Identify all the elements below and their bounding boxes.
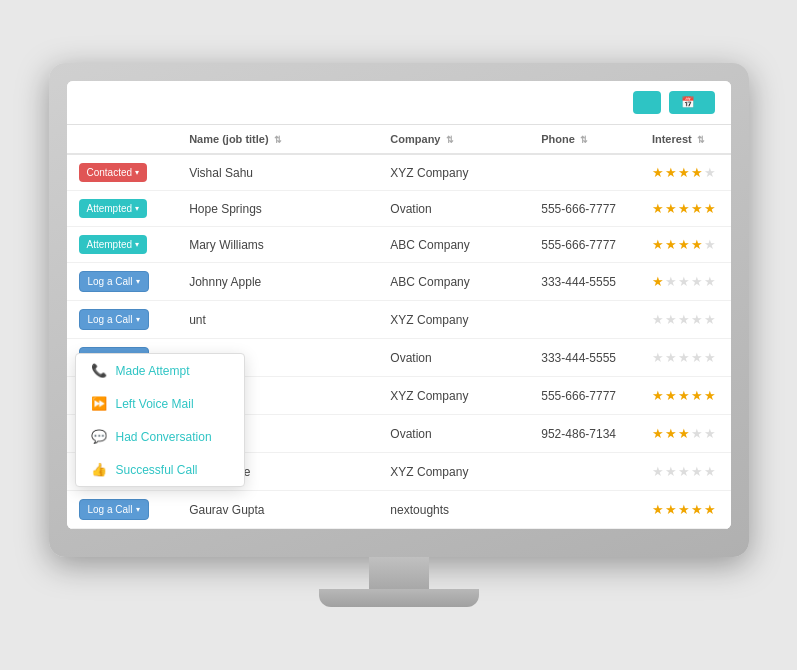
cell-company: nextoughts — [378, 491, 529, 529]
cell-phone: 555-666-7777 — [529, 227, 640, 263]
cell-company: Ovation — [378, 191, 529, 227]
table-row: Attempted ▾Mary WilliamsABC Company555-6… — [67, 227, 731, 263]
action-button-2[interactable]: Attempted ▾ — [79, 235, 148, 254]
made-attempt-icon: 📞 — [90, 363, 108, 378]
action-button-0[interactable]: Contacted ▾ — [79, 163, 148, 182]
cell-phone: 333-444-5555 — [529, 339, 640, 377]
col-header-name[interactable]: Name (job title) ⇅ — [177, 125, 378, 154]
cell-phone: 555-666-7777 — [529, 377, 640, 415]
cell-phone — [529, 453, 640, 491]
action-button-3[interactable]: Log a Call ▾ — [79, 271, 149, 292]
cell-company: ABC Company — [378, 227, 529, 263]
cell-company: XYZ Company — [378, 453, 529, 491]
monitor: 📅 Name (job title) ⇅ — [49, 63, 749, 607]
dropdown-item-made-attempt[interactable]: 📞Made Attempt — [76, 354, 244, 387]
cell-interest: ★★★★★ — [640, 154, 731, 191]
table-row: Log a Call ▾Johnny AppleABC Company333-4… — [67, 263, 731, 301]
had-conversation-icon: 💬 — [90, 429, 108, 444]
cell-phone: 952-486-7134 — [529, 415, 640, 453]
cell-name: Vishal Sahu — [177, 154, 378, 191]
sort-company-icon: ⇅ — [446, 135, 454, 145]
table-row: Log a Call ▾Gaurav Guptanextoughts★★★★★ — [67, 491, 731, 529]
cell-name: unt — [177, 301, 378, 339]
cell-phone — [529, 154, 640, 191]
action-button-4[interactable]: Log a Call ▾ — [79, 309, 149, 330]
monitor-screen: 📅 Name (job title) ⇅ — [67, 81, 731, 529]
sort-interest-icon: ⇅ — [697, 135, 705, 145]
table-header-row: Name (job title) ⇅ Company ⇅ Phone ⇅ Int… — [67, 125, 731, 154]
cell-interest: ★★★★★ — [640, 377, 731, 415]
header-actions: 📅 — [633, 91, 715, 114]
cell-company: Ovation — [378, 339, 529, 377]
sort-name-icon: ⇅ — [274, 135, 282, 145]
left-voice-mail-icon: ⏩ — [90, 396, 108, 411]
cell-interest: ★★★★★ — [640, 191, 731, 227]
action-button-1[interactable]: Attempted ▾ — [79, 199, 148, 218]
table-row: Contacted ▾Vishal SahuXYZ Company★★★★★ — [67, 154, 731, 191]
select-campaigns-button[interactable] — [633, 91, 661, 114]
cell-interest: ★★★★★ — [640, 301, 731, 339]
monitor-bezel: 📅 Name (job title) ⇅ — [49, 63, 749, 557]
cell-company: ABC Company — [378, 263, 529, 301]
dropdown-item-successful-call[interactable]: 👍Successful Call — [76, 453, 244, 486]
dropdown-item-left-voice-mail[interactable]: ⏩Left Voice Mail — [76, 387, 244, 420]
cell-phone: 555-666-7777 — [529, 191, 640, 227]
cell-name: Gaurav Gupta — [177, 491, 378, 529]
cell-phone — [529, 301, 640, 339]
calendar-icon: 📅 — [681, 96, 695, 109]
col-header-interest[interactable]: Interest ⇅ — [640, 125, 731, 154]
cell-interest: ★★★★★ — [640, 227, 731, 263]
app-header: 📅 — [67, 81, 731, 125]
col-header-action — [67, 125, 178, 154]
col-header-phone[interactable]: Phone ⇅ — [529, 125, 640, 154]
cell-company: XYZ Company — [378, 301, 529, 339]
cell-interest: ★★★★★ — [640, 491, 731, 529]
cell-name: Johnny Apple — [177, 263, 378, 301]
table-wrapper: Name (job title) ⇅ Company ⇅ Phone ⇅ Int… — [67, 125, 731, 529]
cell-company: XYZ Company — [378, 377, 529, 415]
cell-company: Ovation — [378, 415, 529, 453]
cell-phone — [529, 491, 640, 529]
cell-interest: ★★★★★ — [640, 263, 731, 301]
date-range-button[interactable]: 📅 — [669, 91, 715, 114]
cell-name: Mary Williams — [177, 227, 378, 263]
action-button-9[interactable]: Log a Call ▾ — [79, 499, 149, 520]
dropdown-item-had-conversation[interactable]: 💬Had Conversation — [76, 420, 244, 453]
cell-interest: ★★★★★ — [640, 453, 731, 491]
cell-name: Hope Springs — [177, 191, 378, 227]
dropdown-menu: 📞Made Attempt⏩Left Voice Mail💬Had Conver… — [75, 353, 245, 487]
cell-company: XYZ Company — [378, 154, 529, 191]
successful-call-icon: 👍 — [90, 462, 108, 477]
col-header-company[interactable]: Company ⇅ — [378, 125, 529, 154]
cell-interest: ★★★★★ — [640, 415, 731, 453]
cell-interest: ★★★★★ — [640, 339, 731, 377]
table-row: Log a Call ▾untXYZ Company★★★★★ — [67, 301, 731, 339]
sort-phone-icon: ⇅ — [580, 135, 588, 145]
log-call-dropdown: 📞Made Attempt⏩Left Voice Mail💬Had Conver… — [75, 353, 245, 487]
table-row: Attempted ▾Hope SpringsOvation555-666-77… — [67, 191, 731, 227]
cell-phone: 333-444-5555 — [529, 263, 640, 301]
app-container: 📅 Name (job title) ⇅ — [67, 81, 731, 529]
monitor-stand-base — [319, 589, 479, 607]
monitor-stand-neck — [369, 557, 429, 589]
